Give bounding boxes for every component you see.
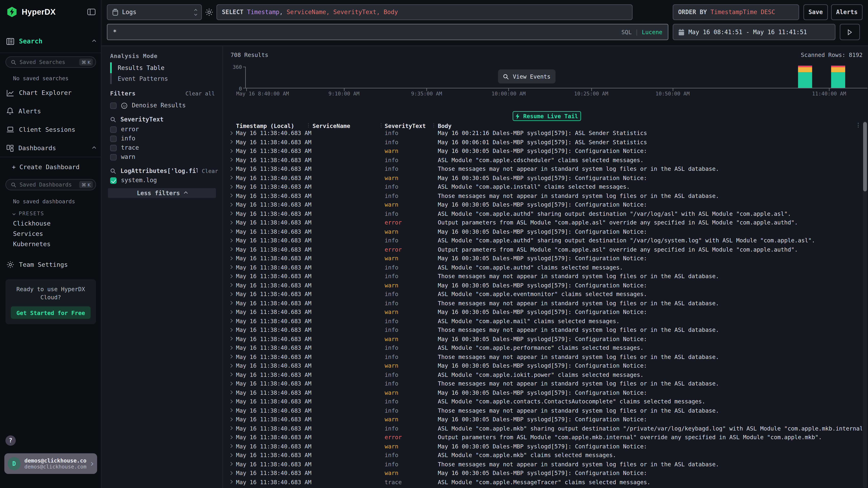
clear-all-button[interactable]: Clear all	[185, 91, 215, 97]
filter-option-error[interactable]: error	[110, 125, 139, 133]
col-header-severitytext[interactable]: SeverityText	[384, 122, 438, 129]
create-dashboard-button[interactable]: + Create Dashboard	[12, 162, 95, 172]
log-row[interactable]: May 16 11:38:40.683 AMinfoASL Module "co…	[223, 290, 862, 299]
col-header-servicename[interactable]: ServiceName	[312, 122, 384, 129]
log-row[interactable]: May 16 11:38:40.683 AMerrorOutput parame…	[223, 245, 862, 254]
log-row[interactable]: May 16 11:38:40.683 AMinfoThose messages…	[223, 272, 862, 281]
log-row[interactable]: May 16 11:38:40.683 AMinfoASL Module "co…	[223, 370, 862, 379]
search-query-input[interactable]: * SQL | Lucene	[107, 24, 669, 40]
mode-lucene-toggle[interactable]: Lucene	[642, 29, 662, 35]
column-resize-handle[interactable]: ⋮	[431, 123, 436, 128]
collapse-sidebar-icon[interactable]	[87, 9, 95, 15]
time-range-picker[interactable]: May 16 08:41:51 - May 16 11:41:51	[673, 24, 835, 40]
filter-option-trace[interactable]: trace	[110, 144, 139, 152]
log-row[interactable]: May 16 11:38:40.683 AMwarnMay 16 00:30:0…	[223, 173, 862, 182]
table-menu-kebab-icon[interactable]: ⋮	[856, 122, 861, 128]
log-row[interactable]: May 16 11:38:40.683 AMinfoASL Module "co…	[223, 156, 862, 164]
log-row[interactable]: May 16 11:38:40.683 AMinfoASL Module "co…	[223, 451, 862, 460]
log-row[interactable]: May 16 11:38:40.683 AMinfoThose messages…	[223, 191, 862, 200]
col-header-body[interactable]: Body	[438, 122, 860, 129]
log-row[interactable]: May 16 11:38:40.683 AMwarnMay 16 00:30:0…	[223, 468, 862, 478]
filter-option-info[interactable]: info	[110, 134, 135, 142]
log-row[interactable]: May 16 11:38:40.683 AMwarnMay 16 00:30:0…	[223, 147, 862, 156]
log-row[interactable]: May 16 11:38:40.683 AMwarnMay 16 00:30:0…	[223, 442, 862, 451]
log-row[interactable]: May 16 11:38:40.683 AMinfoASL Module "co…	[223, 263, 862, 272]
log-row[interactable]: May 16 11:38:40.683 AMwarnMay 16 00:30:0…	[223, 200, 862, 209]
preset-item-clickhouse[interactable]: Clickhouse	[13, 220, 51, 227]
saved-searches-input[interactable]: Saved Searches ⌘ K	[5, 56, 96, 68]
search-icon[interactable]	[110, 168, 116, 174]
tab-results-table[interactable]: Results Table	[118, 62, 164, 73]
log-row[interactable]: May 16 11:38:40.683 AMinfoASL Module "co…	[223, 343, 862, 352]
log-row[interactable]: May 16 11:38:40.683 AMinfoMay 16 00:06:0…	[223, 137, 862, 147]
checkbox[interactable]	[110, 135, 117, 142]
help-button[interactable]: ?	[5, 435, 16, 446]
filter-option-system.log[interactable]: system.log	[110, 176, 157, 184]
source-settings-gear-icon[interactable]	[205, 8, 213, 16]
log-row[interactable]: May 16 11:38:40.683 AMinfoASL Module "co…	[223, 424, 862, 433]
checkbox[interactable]	[110, 154, 117, 160]
col-header-timestamp[interactable]: Timestamp (Local)	[236, 122, 312, 129]
search-icon[interactable]	[110, 117, 116, 123]
log-row[interactable]: May 16 11:38:40.683 AMinfoASL Module "co…	[223, 397, 862, 406]
log-row[interactable]: May 16 11:38:40.683 AMwarnMay 16 00:30:0…	[223, 361, 862, 370]
sidebar-item-client-sessions[interactable]: Client Sessions	[6, 124, 95, 135]
checkbox[interactable]	[110, 177, 117, 184]
checkbox[interactable]	[110, 144, 117, 151]
tab-event-patterns[interactable]: Event Patterns	[118, 73, 168, 84]
sidebar-item-dashboards[interactable]: Dashboards	[6, 142, 95, 154]
log-row[interactable]: May 16 11:38:40.683 AMinfoASL Module "co…	[223, 209, 862, 218]
log-row[interactable]: May 16 11:38:40.683 AMwarnMay 16 00:30:0…	[223, 227, 862, 236]
log-row[interactable]: May 16 11:38:40.683 AMtraceASL Module "c…	[223, 478, 862, 487]
histogram-bar[interactable]	[831, 66, 845, 88]
log-row[interactable]: May 16 11:38:40.683 AMwarnMay 16 00:30:0…	[223, 254, 862, 263]
log-row[interactable]: May 16 11:38:40.683 AMinfoThose messages…	[223, 460, 862, 469]
log-row[interactable]: May 16 11:38:40.683 AMinfoASL Module "co…	[223, 182, 862, 191]
presets-section-toggle[interactable]: PRESETS	[13, 210, 44, 216]
filter-option-warn[interactable]: warn	[110, 153, 135, 161]
log-row[interactable]: May 16 11:38:40.683 AMinfoASL Module "co…	[223, 236, 862, 245]
vertical-scrollbar[interactable]	[863, 121, 867, 488]
log-row[interactable]: May 16 11:38:40.683 AMwarnMay 16 00:30:0…	[223, 388, 862, 397]
log-row[interactable]: May 16 11:38:40.683 AMinfoMay 16 00:21:1…	[223, 129, 862, 137]
select-clause-editor[interactable]: SELECT Timestamp, ServiceName, SeverityT…	[216, 4, 632, 20]
denoise-filter[interactable]: Denoise Results	[110, 101, 186, 109]
log-row[interactable]: May 16 11:38:40.683 AMwarnMay 16 00:30:0…	[223, 334, 862, 344]
column-resize-handle[interactable]: ⋮	[379, 123, 383, 128]
clear-filter-button[interactable]: Clear	[202, 168, 218, 174]
sidebar-item-search[interactable]: Search	[6, 36, 95, 46]
saved-dashboards-input[interactable]: Saved Dashboards ⌘ K	[5, 179, 96, 190]
log-row[interactable]: May 16 11:38:40.683 AMwarnMay 16 00:30:0…	[223, 307, 862, 317]
alerts-button[interactable]: Alerts	[831, 4, 863, 20]
scrollbar-thumb[interactable]	[863, 122, 867, 191]
log-row[interactable]: May 16 11:38:40.683 AMwarnMay 16 00:30:0…	[223, 281, 862, 290]
save-button[interactable]: Save	[803, 4, 828, 20]
mode-sql-toggle[interactable]: SQL	[621, 29, 632, 35]
user-menu[interactable]: D demos@clickhouse.com demos@clickhouse.…	[4, 453, 97, 474]
log-row[interactable]: May 16 11:38:40.683 AMinfoThose messages…	[223, 299, 862, 307]
less-filters-button[interactable]: Less filters	[108, 188, 216, 198]
histogram-bar[interactable]	[798, 66, 812, 88]
log-row[interactable]: May 16 11:38:40.683 AMinfoThose messages…	[223, 352, 862, 361]
order-by-editor[interactable]: ORDER BY TimestampTime DESC	[673, 4, 799, 20]
resume-live-tail-button[interactable]: Resume Live Tail	[513, 111, 581, 121]
column-resize-handle[interactable]: ⋮	[306, 123, 311, 128]
sidebar-item-alerts[interactable]: Alerts	[6, 106, 95, 117]
log-row[interactable]: May 16 11:38:40.683 AMinfoThose messages…	[223, 325, 862, 334]
preset-item-services[interactable]: Services	[13, 230, 43, 237]
source-select[interactable]: Logs	[107, 4, 202, 20]
preset-item-kubernetes[interactable]: Kubernetes	[13, 240, 51, 248]
results-histogram[interactable]	[245, 63, 866, 88]
log-row[interactable]: May 16 11:38:40.683 AMerrorOutput parame…	[223, 218, 862, 227]
log-row[interactable]: May 16 11:38:40.683 AMwarnMay 16 00:30:0…	[223, 415, 862, 424]
get-started-button[interactable]: Get Started for Free	[11, 306, 91, 319]
view-events-button[interactable]: View Events	[498, 69, 556, 84]
log-row[interactable]: May 16 11:38:40.683 AMinfoThose messages…	[223, 406, 862, 415]
checkbox[interactable]	[110, 126, 117, 133]
log-row[interactable]: May 16 11:38:40.683 AMinfoThose messages…	[223, 379, 862, 388]
denoise-checkbox[interactable]	[110, 102, 117, 109]
run-live-button[interactable]	[840, 24, 860, 40]
sidebar-item-team-settings[interactable]: Team Settings	[6, 259, 95, 270]
log-row[interactable]: May 16 11:38:40.683 AMerrorOutput parame…	[223, 433, 862, 442]
log-row[interactable]: May 16 11:38:40.683 AMinfoThose messages…	[223, 164, 862, 173]
